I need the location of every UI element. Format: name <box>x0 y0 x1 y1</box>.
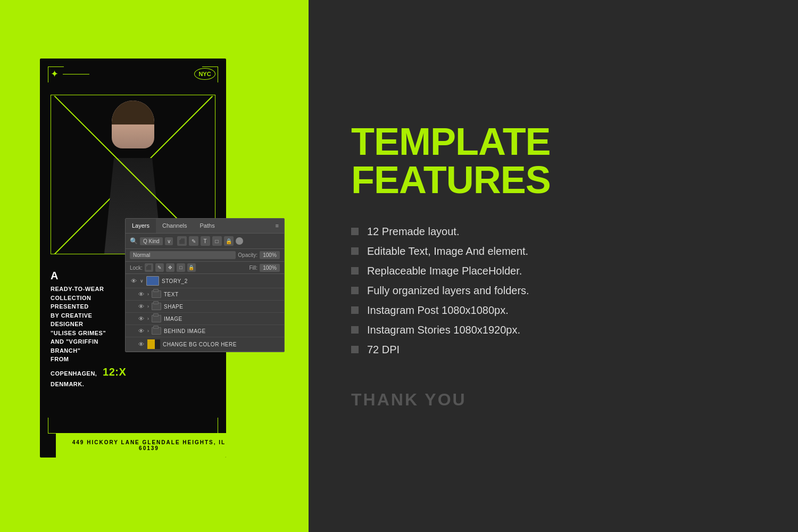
lock-label-text: Lock: <box>130 265 143 271</box>
bullet-7 <box>351 346 359 353</box>
bg-dark-swatch <box>155 339 160 349</box>
layer-name-shape: SHAPE <box>164 304 183 310</box>
list-item: Instagram Stories 1080x1920px. <box>351 324 755 336</box>
folder-icon-image <box>152 315 161 322</box>
tab-layers[interactable]: Layers <box>126 219 156 233</box>
blend-mode-dropdown[interactable]: Normal <box>130 251 236 259</box>
fill-label-text: Fill: <box>249 265 257 271</box>
bullet-1 <box>351 228 359 235</box>
kind-label: Q Kind <box>140 237 163 245</box>
expand-icon-text[interactable]: › <box>147 292 149 297</box>
layers-normal-row: Normal Opacity: 100% <box>126 249 284 262</box>
template-features-title: TEMPLATE FEATURES <box>351 122 755 199</box>
eye-icon-shape[interactable]: 👁 <box>137 303 145 310</box>
right-panel: TEMPLATE FEATURES 12 Premade layout. Edi… <box>309 0 798 532</box>
eye-icon-image[interactable]: 👁 <box>137 315 145 322</box>
layers-search-row: 🔍 Q Kind ∨ ⬛ ✎ T □ 🔒 <box>126 234 284 249</box>
layer-story2[interactable]: 👁 ∨ Story_2 <box>126 274 284 288</box>
bg-color-thumb: ⛓ <box>147 339 160 349</box>
poster-time: 12:X <box>103 366 126 378</box>
pixel-icon[interactable]: ⬛ <box>177 236 187 246</box>
list-item: Fully organized layers and folders. <box>351 285 755 297</box>
lock-draw-btn[interactable]: ✎ <box>155 263 164 272</box>
bullet-3 <box>351 267 359 275</box>
thank-you-text: THANK YOU <box>351 390 755 410</box>
mockup-container: ✦ NYC <box>24 37 285 495</box>
layer-text[interactable]: 👁 › TEXT <box>126 288 284 301</box>
corner-tl <box>48 66 64 82</box>
layer-name-text: TEXT <box>164 292 179 297</box>
expand-icon[interactable]: ∨ <box>140 278 144 284</box>
bg-yellow-swatch <box>147 339 155 349</box>
poster-top-bar: ✦ NYC <box>40 59 226 89</box>
features-list: 12 Premade layout. Editable Text, Image … <box>351 226 755 363</box>
corner-tr <box>202 66 218 82</box>
list-item: Instagram Post 1080x1080px. <box>351 304 755 317</box>
layer-behind-image[interactable]: 👁 › BEHIND IMAGE <box>126 325 284 337</box>
left-panel: ✦ NYC <box>0 0 309 532</box>
layer-thumb-story2 <box>146 276 159 286</box>
lock-move-btn[interactable]: ✥ <box>166 263 174 272</box>
folder-icon-shape <box>152 303 161 310</box>
layer-name-behind: BEHIND IMAGE <box>164 328 206 334</box>
layer-bg-color[interactable]: 👁 ⛓ CHANGE BG COLOR HERE <box>126 337 284 352</box>
lock-pixel-btn[interactable]: ⬛ <box>145 263 153 272</box>
list-item: Editable Text, Image And element. <box>351 245 755 257</box>
person-hair <box>112 101 154 124</box>
smart-icon[interactable]: 🔒 <box>224 236 234 246</box>
list-item: 12 Premade layout. <box>351 226 755 238</box>
search-icon: 🔍 <box>130 237 138 245</box>
corner-br <box>202 418 218 434</box>
lock-all-btn[interactable]: 🔒 <box>187 263 196 272</box>
type-icon[interactable]: T <box>201 236 210 246</box>
expand-icon-image[interactable]: › <box>147 316 149 321</box>
opacity-label: Opacity: <box>238 252 257 258</box>
layer-image[interactable]: 👁 › IMAGE <box>126 313 284 325</box>
folder-icon-behind <box>152 327 161 335</box>
kind-dropdown[interactable]: ∨ <box>165 237 173 245</box>
bullet-5 <box>351 306 359 314</box>
shape-icon[interactable]: □ <box>212 236 222 246</box>
bullet-2 <box>351 247 359 255</box>
expand-icon-behind[interactable]: › <box>147 328 149 334</box>
lock-artboard-btn[interactable]: □ <box>177 263 185 272</box>
eye-icon[interactable]: 👁 <box>130 278 137 284</box>
expand-icon-shape[interactable]: › <box>147 304 149 309</box>
opacity-value[interactable]: 100% <box>260 251 280 259</box>
tab-paths[interactable]: Paths <box>194 219 221 233</box>
panel-menu-icon[interactable]: ≡ <box>270 219 284 233</box>
corner-bl <box>48 418 64 434</box>
layers-panel-header: Layers Channels Paths ≡ <box>126 219 284 234</box>
layers-lock-row: Lock: ⬛ ✎ ✥ □ 🔒 Fill: 100% <box>126 262 284 274</box>
person-head <box>112 101 154 148</box>
layer-name-story2: Story_2 <box>162 278 188 284</box>
layer-name-bg: CHANGE BG COLOR HERE <box>163 342 237 347</box>
layer-name-image: IMAGE <box>164 316 182 322</box>
eye-icon-text[interactable]: 👁 <box>137 291 145 297</box>
folder-icon-text <box>152 290 161 298</box>
eye-icon-behind[interactable]: 👁 <box>137 328 145 334</box>
layer-type-icons: ⬛ ✎ T □ 🔒 <box>177 236 243 246</box>
artboard-icon[interactable] <box>236 237 243 245</box>
adjustment-icon[interactable]: ✎ <box>189 236 198 246</box>
poster-address: 449 HICKORY LANE GLENDALE HEIGHTS, IL 60… <box>56 433 226 458</box>
bullet-6 <box>351 326 359 334</box>
list-item: Replaceable Image PlaceHolder. <box>351 265 755 277</box>
fill-value[interactable]: 100% <box>260 264 280 272</box>
bullet-4 <box>351 287 359 294</box>
layers-panel: Layers Channels Paths ≡ 🔍 Q Kind ∨ ⬛ ✎ T… <box>125 218 285 352</box>
layer-shape[interactable]: 👁 › SHAPE <box>126 301 284 313</box>
eye-icon-bg[interactable]: 👁 <box>137 341 145 347</box>
list-item: 72 DPI <box>351 344 755 356</box>
decorative-line <box>63 74 89 74</box>
tab-channels[interactable]: Channels <box>156 219 193 233</box>
